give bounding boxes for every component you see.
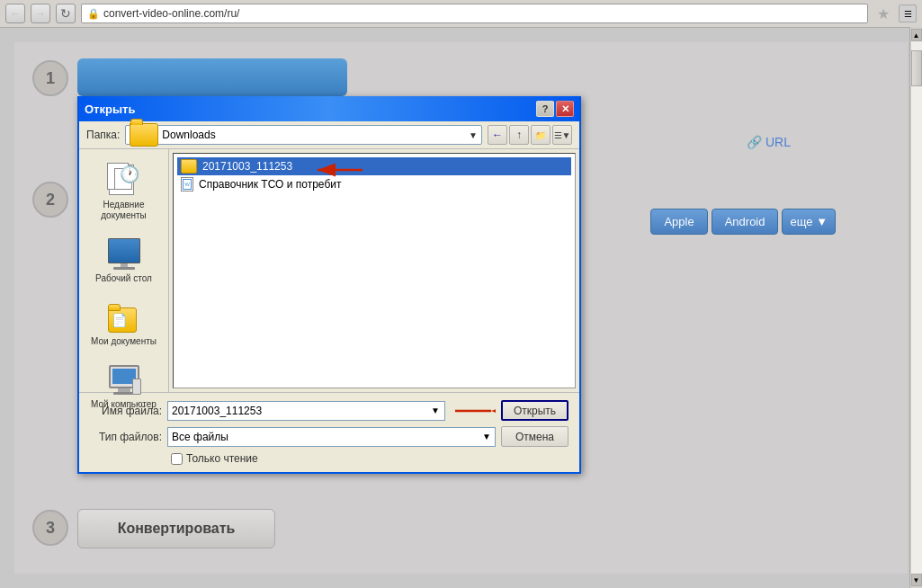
page-background: 1 🔗 URL 2 Apple Android еще ▼ (14, 42, 908, 574)
scrollbar[interactable]: ▲ ▼ (909, 27, 922, 588)
filetype-label: Тип файлов: (90, 431, 162, 443)
arrow-indicator-1 (313, 161, 367, 179)
browser-window: ← → ↻ 🔒 convert-video-online.com/ru/ ★ ☰… (0, 0, 922, 588)
readonly-checkbox[interactable] (171, 453, 183, 465)
file-item-0[interactable]: 20171003_111253 (177, 157, 571, 175)
menu-icon: ☰ (904, 9, 912, 19)
dialog-overlay: Открыть ? ✕ Папка: Downloads ▼ (14, 42, 908, 574)
folder-icon (130, 123, 158, 147)
scroll-up-button[interactable]: ▲ (911, 29, 922, 41)
bookmark-star-icon[interactable]: ★ (873, 4, 893, 23)
file-name-0: 20171003_111253 (202, 160, 292, 173)
reload-button[interactable]: ↻ (56, 4, 76, 23)
desktop-label: Рабочий стол (95, 273, 152, 284)
filename-dropdown-icon: ▼ (428, 402, 443, 420)
sidebar-item-recent[interactable]: 🕐 Недавние документы (85, 158, 164, 225)
view-button[interactable]: ☰▼ (552, 125, 572, 145)
open-button[interactable]: Открыть (501, 400, 568, 421)
arrow-indicator-2 (451, 402, 496, 420)
readonly-label: Только чтение (186, 452, 258, 465)
folder-dropdown-arrow-icon: ▼ (469, 130, 478, 140)
folder-label: Папка: (86, 129, 120, 141)
file-list-area: 20171003_111253 W Справочник ТСО и потре… (169, 149, 579, 392)
file-name-1: Справочник ТСО и потребит (199, 178, 341, 191)
dialog-bottom: Имя файла: 20171003_111253 ▼ (79, 392, 579, 472)
filename-label: Имя файла: (90, 405, 162, 417)
filetype-value: Все файлы (172, 431, 228, 443)
nav-back-button[interactable]: ← (488, 125, 507, 145)
cancel-button[interactable]: Отмена (501, 426, 568, 447)
doc-file-icon: W (181, 177, 193, 192)
nav-folder-button[interactable]: 📁 (531, 125, 551, 145)
my-computer-icon (106, 361, 142, 397)
nav-up-button[interactable]: ↑ (509, 125, 529, 145)
file-list[interactable]: 20171003_111253 W Справочник ТСО и потре… (173, 153, 576, 388)
sidebar-item-desktop[interactable]: Рабочий стол (85, 232, 164, 288)
dialog-sidebar: 🕐 Недавние документы (79, 149, 169, 392)
page-content: 1 🔗 URL 2 Apple Android еще ▼ (0, 28, 922, 588)
file-item-1[interactable]: W Справочник ТСО и потребит (177, 175, 571, 193)
my-docs-label: Мои документы (91, 336, 157, 347)
recent-docs-icon: 🕐 (106, 162, 142, 198)
my-docs-icon: 📄 (106, 298, 142, 334)
scroll-down-button[interactable]: ▼ (911, 574, 922, 586)
dialog-help-button[interactable]: ? (536, 101, 554, 117)
browser-toolbar: ← → ↻ 🔒 convert-video-online.com/ru/ ★ ☰ (0, 0, 922, 28)
dialog-close-button[interactable]: ✕ (556, 101, 574, 117)
dialog-toolbar: Папка: Downloads ▼ ← ↑ 📁 ☰▼ (79, 121, 579, 149)
filetype-dropdown-icon: ▼ (482, 432, 491, 441)
dialog-body: 🕐 Недавние документы (79, 149, 579, 392)
dialog-titlebar: Открыть ? ✕ (79, 96, 579, 121)
folder-name: Downloads (162, 129, 465, 141)
filename-input[interactable]: 20171003_111253 ▼ (167, 401, 445, 421)
scroll-track (911, 41, 922, 574)
scroll-thumb[interactable] (911, 50, 922, 86)
dialog-controls: ? ✕ (536, 101, 574, 117)
dialog-title: Открыть (85, 102, 135, 116)
folder-dropdown[interactable]: Downloads ▼ (125, 125, 482, 145)
filetype-select[interactable]: Все файлы ▼ (167, 427, 496, 447)
desktop-icon (106, 236, 142, 272)
url-text: convert-video-online.com/ru/ (103, 7, 239, 20)
back-button[interactable]: ← (5, 4, 25, 23)
sidebar-item-mydocs[interactable]: 📄 Мои документы (85, 295, 164, 351)
readonly-row: Только чтение (171, 452, 568, 465)
filetype-row: Тип файлов: Все файлы ▼ Отмена (90, 426, 568, 447)
address-bar[interactable]: 🔒 convert-video-online.com/ru/ (81, 4, 868, 23)
forward-button[interactable]: → (31, 4, 50, 23)
menu-button[interactable]: ☰ (899, 4, 917, 22)
arrow-svg-2 (451, 402, 496, 420)
recent-docs-label: Недавние документы (88, 200, 160, 221)
filename-value: 20171003_111253 (172, 405, 262, 417)
folder-file-icon (181, 159, 197, 174)
toolbar-buttons: ← ↑ 📁 ☰▼ (488, 125, 572, 145)
open-file-dialog: Открыть ? ✕ Папка: Downloads ▼ (77, 96, 581, 474)
lock-icon: 🔒 (87, 8, 100, 20)
arrow-svg-1 (313, 161, 367, 179)
